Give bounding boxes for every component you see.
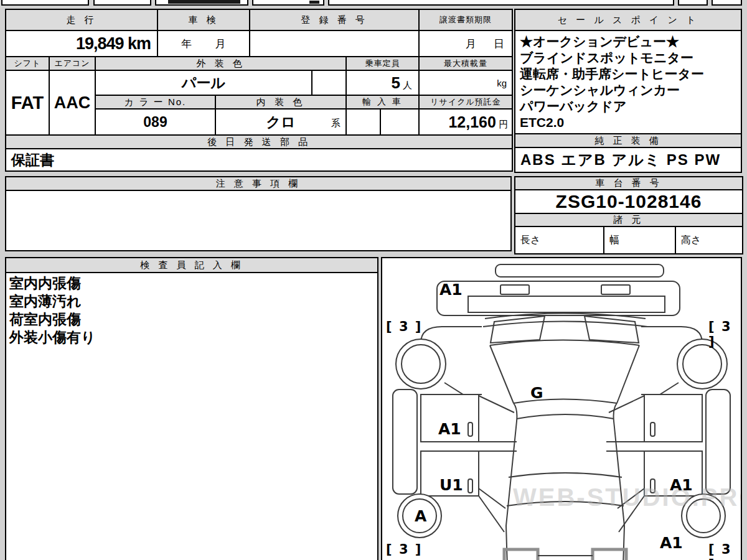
inspection-header: 車 検 (157, 9, 250, 30)
clipped-cell (712, 0, 742, 6)
height-label: 高さ (675, 226, 743, 254)
front-left-wheel (396, 339, 446, 389)
damage-mark-rear-left-wheel: A (415, 507, 426, 525)
clipped-cell (93, 0, 151, 6)
sales-point-line: パワーバックドア (520, 98, 736, 114)
tire-mark-rear-left: [ 3 ] (386, 542, 422, 557)
right-running-board (706, 390, 730, 494)
registration-value (250, 30, 419, 57)
rear-lamp-left (504, 549, 538, 560)
tire-mark-front-left: [ 3 ] (386, 319, 422, 334)
inspector-notes-header: 検 査 員 記 入 欄 (6, 258, 378, 273)
front-left-fender-lower (444, 383, 482, 394)
max-load-header: 最大積載量 (419, 57, 512, 70)
hood-left-line (490, 345, 514, 403)
rear-lamp-right (593, 549, 626, 560)
damage-mark-front-left-door: A1 (438, 420, 461, 438)
inspector-note-line: 荷室内張傷 (9, 310, 374, 329)
inspector-notes-body: 室内内張傷 室内薄汚れ 荷室内張傷 外装小傷有り (6, 273, 378, 560)
hood-right-line (617, 345, 639, 403)
width-label: 幅 (604, 226, 675, 254)
windshield-pane-right (585, 316, 639, 343)
top-clipped-row (0, 0, 747, 6)
later-parts-value: 保証書 (6, 149, 512, 171)
chassis-header: 車 台 番 号 (515, 177, 743, 190)
transfer-day-label: 日 (494, 37, 504, 51)
left-running-board (393, 390, 417, 494)
sales-point-line: シーケンシャルウィンカー (520, 82, 736, 98)
clipped-text-fragment (309, 1, 319, 4)
capacity-unit: 人 (403, 80, 412, 90)
import-value-cell (380, 109, 419, 135)
inspector-notes-table: 検 査 員 記 入 欄 室内内張傷 室内薄汚れ 荷室内張傷 外装小傷有り (5, 257, 378, 560)
car-damage-diagram: WEB-STUDIO.PRO A1 [ 3 ] [ 3 ] G A1 U1 A … (381, 257, 742, 560)
sales-point-line: 運転席・助手席シートヒーター (520, 66, 736, 82)
notes-table: 注 意 事 項 欄 (5, 176, 512, 251)
roof-front-arc (517, 414, 614, 419)
mileage-header: 走 行 (6, 9, 157, 30)
chassis-table: 車 台 番 号 ZSG10-1028146 諸 元 長さ 幅 高さ (514, 176, 743, 254)
max-load-unit: kg (497, 78, 507, 88)
sales-points-header: セ ー ル ス ポ イ ン ト (515, 9, 741, 30)
c-pillar-left (479, 488, 505, 508)
recycle-deposit-value: 12,160 (448, 113, 496, 131)
sales-point-line: ブラインドスポットモニター (520, 50, 736, 66)
damage-mark-hood: G (530, 384, 543, 402)
cabin-left-edge (506, 403, 517, 560)
registration-header: 登 録 番 号 (250, 9, 419, 30)
watermark: WEB-STUDIO.PRO (513, 483, 742, 511)
notes-header: 注 意 事 項 欄 (6, 177, 511, 190)
clipped-cell (678, 0, 708, 6)
interior-color-value: クロ (216, 110, 345, 134)
import-value-cell (346, 109, 380, 135)
bumper-sensor-right (601, 285, 630, 294)
mileage-value: 19,849 km (6, 30, 157, 57)
recycle-deposit-unit: 円 (499, 119, 508, 129)
sales-point-line: ETC2.0 (520, 114, 736, 131)
car-outline-drawing (382, 258, 741, 560)
sales-point-line: ★オークションデビュー★ (520, 34, 736, 50)
bumper-lower-panel (468, 296, 665, 312)
transfer-deadline-header: 譲渡書類期限 (419, 9, 512, 30)
genuine-equipment-header: 純 正 装 備 (515, 134, 741, 147)
sales-points-body: ★オークションデビュー★ ブラインドスポットモニター 運転席・助手席シートヒータ… (515, 30, 741, 134)
inspector-note-line: 外装小傷有り (9, 329, 374, 347)
interior-color-suffix: 系 (331, 118, 341, 129)
exterior-color-header: 外 装 色 (95, 57, 346, 70)
color-no-header: カ ラ ー No. (95, 95, 215, 109)
notes-body (6, 190, 511, 251)
length-label: 長さ (515, 226, 604, 254)
front-left-door-handle (468, 422, 472, 436)
sales-points-table: セ ー ル ス ポ イ ン ト ★オークションデビュー★ ブラインドスポットモニ… (514, 9, 742, 173)
recycle-deposit-header: リサイクル預託金 (419, 95, 512, 109)
roof-mid-arc (509, 473, 622, 477)
front-bumper-shape (437, 281, 680, 315)
exterior-color-extra-cell (312, 70, 346, 95)
color-no-value: 089 (95, 109, 215, 135)
aircon-value: AAC (49, 70, 95, 135)
inspector-note-line: 室内薄汚れ (9, 292, 374, 310)
import-header: 輸 入 車 (346, 95, 419, 109)
transfer-month-label: 月 (466, 37, 476, 51)
damage-mark-rear-left-door: U1 (439, 476, 463, 494)
rear-left-door-handle (468, 479, 472, 493)
vehicle-spec-table: 走 行 車 検 登 録 番 号 譲渡書類期限 19,849 km 年 月 月 日… (5, 9, 513, 172)
inspection-month-label: 月 (215, 37, 226, 51)
front-edge-strip (496, 264, 664, 277)
inspector-note-line: 室内内張傷 (9, 274, 374, 292)
front-right-fender-lower (641, 383, 679, 394)
quarter-line-left (479, 496, 504, 532)
clipped-cell (328, 0, 674, 6)
genuine-equipment-value: ABS エアB アルミ PS PW (515, 147, 741, 172)
shift-value: FAT (6, 70, 49, 135)
bumper-sensor-left (500, 285, 529, 294)
tire-mark-front-right: [ 3 ] (708, 319, 741, 349)
cowl-arc (483, 322, 647, 327)
capacity-value: 5 (391, 73, 400, 92)
front-right-door-handle (651, 422, 655, 436)
front-right-door-shape (644, 394, 702, 442)
clipped-cell (1, 0, 89, 6)
clipped-text-fragment (168, 0, 240, 4)
hood-top-arc (490, 340, 639, 346)
hood-bottom-arc (514, 399, 617, 404)
